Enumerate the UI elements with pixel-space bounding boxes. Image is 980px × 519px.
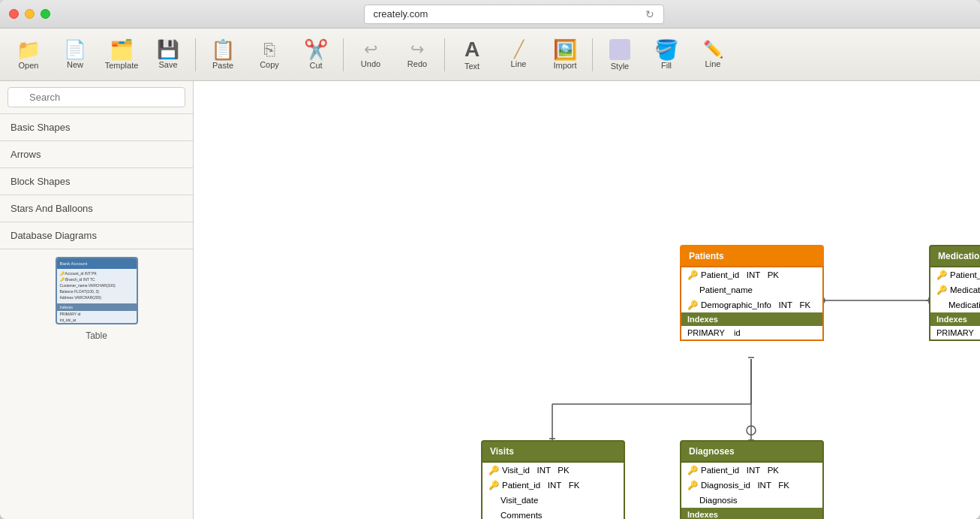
new-button[interactable]: 📄 New	[53, 32, 98, 77]
diagnoses-field-1: Patient_id INT PK	[701, 466, 779, 475]
new-doc-icon: 📄	[64, 41, 86, 59]
sidebar: Basic Shapes Arrows Block Shapes Stars A…	[0, 81, 194, 519]
linestyle-button[interactable]: ✏️ Line	[690, 32, 735, 77]
arrows-label: Arrows	[11, 149, 41, 160]
medication-header: Medication	[929, 245, 980, 266]
table-medication[interactable]: Medication 🔑 Patient_id INT PK 🔑 Medicat…	[929, 245, 980, 341]
table-visits[interactable]: Visits 🔑 Visit_id INT PK 🔑 Patient_id IN…	[481, 440, 625, 519]
medication-field-2: Medication_id INT FK	[950, 285, 980, 294]
text-label: Text	[464, 62, 479, 71]
undo-icon: ↩	[364, 41, 377, 58]
undo-label: Undo	[361, 59, 380, 68]
paste-button[interactable]: 📋 Paste	[200, 32, 245, 77]
preview-header-text: Bank Account	[60, 261, 88, 266]
patients-row-1: 🔑 Patient_id INT PK	[681, 267, 822, 282]
medication-field-3: Medication_name	[948, 300, 980, 309]
patients-header: Patients	[680, 245, 824, 266]
canvas[interactable]: Patients 🔑 Patient_id INT PK Patient_nam…	[194, 81, 980, 519]
template-icon: 🗂️	[110, 40, 134, 59]
search-input[interactable]	[8, 87, 185, 107]
maximize-button[interactable]	[41, 9, 50, 19]
template-button[interactable]: 🗂️ Template	[99, 32, 144, 77]
visits-header: Visits	[481, 440, 625, 461]
visits-row-3: Visit_date	[482, 493, 624, 508]
linestyle-label: Line	[705, 59, 721, 68]
patients-field-3: Demographic_Info INT FK	[701, 300, 810, 309]
new-label: New	[67, 60, 83, 69]
toolbar: 📁 Open 📄 New 🗂️ Template 💾 Save 📋 Paste …	[0, 29, 980, 81]
diagnoses-body: 🔑 Patient_id INT PK 🔑 Diagnosis_id INT F…	[680, 461, 824, 519]
medication-row-3: Medication_name	[930, 297, 980, 312]
cut-button[interactable]: ✂️ Cut	[293, 32, 338, 77]
style-button[interactable]: Style	[597, 32, 642, 77]
basic-shapes-label: Basic Shapes	[11, 122, 71, 133]
preview-row-2: 🔑 Branch_id INT TC	[60, 276, 134, 282]
visits-field-4: Comments	[501, 511, 543, 519]
visits-body: 🔑 Visit_id INT PK 🔑 Patient_id INT FK Vi…	[481, 461, 625, 519]
visits-row-1: 🔑 Visit_id INT PK	[482, 463, 624, 478]
fill-button[interactable]: 🪣 Fill	[644, 32, 689, 77]
sidebar-item-database-diagrams[interactable]: Database Diagrams	[0, 222, 193, 249]
redo-icon: ↪	[410, 41, 424, 58]
refresh-icon[interactable]: ↻	[645, 8, 654, 20]
patients-indexes-header: Indexes	[681, 312, 822, 326]
patients-row-3: 🔑 Demographic_Info INT FK	[681, 297, 822, 312]
save-button[interactable]: 💾 Save	[146, 32, 191, 77]
diagnoses-row-1: 🔑 Patient_id INT PK	[681, 463, 822, 478]
fill-label: Fill	[661, 61, 672, 70]
redo-button[interactable]: ↪ Redo	[395, 32, 440, 77]
sidebar-item-block-shapes[interactable]: Block Shapes	[0, 168, 193, 195]
open-label: Open	[19, 61, 39, 70]
template-label: Template	[105, 61, 139, 70]
diag-key-1: 🔑	[687, 465, 698, 475]
med-key-1: 🔑	[936, 270, 947, 280]
table-patients[interactable]: Patients 🔑 Patient_id INT PK Patient_nam…	[680, 245, 824, 341]
paste-label: Paste	[212, 61, 233, 70]
save-label: Save	[158, 60, 177, 69]
diag-key-2: 🔑	[687, 480, 698, 490]
copy-button[interactable]: ⎘ Copy	[247, 32, 292, 77]
sidebar-item-stars-and-balloons[interactable]: Stars And Balloons	[0, 195, 193, 222]
undo-button[interactable]: ↩ Undo	[348, 32, 393, 77]
preview-row-5: Address VARCHAR(200)	[60, 294, 134, 300]
table-diagnoses[interactable]: Diagnoses 🔑 Patient_id INT PK 🔑 Diagnosi…	[680, 440, 824, 519]
medication-index-1: PRIMARY id	[930, 326, 980, 339]
fill-icon: 🪣	[654, 40, 678, 59]
folder-icon: 📁	[17, 40, 41, 59]
svg-point-11	[747, 426, 756, 435]
search-bar	[0, 81, 193, 114]
text-icon: A	[464, 39, 479, 60]
sidebar-preview: Bank Account 🔑 Account_id INT PK 🔑 Branc…	[0, 249, 193, 349]
preview-row-4: Balance FLOAT(100, 3)	[60, 288, 134, 294]
scissors-icon: ✂️	[304, 40, 328, 59]
copy-icon: ⎘	[264, 41, 275, 59]
preview-card[interactable]: Bank Account 🔑 Account_id INT PK 🔑 Branc…	[56, 257, 138, 324]
visit-key-1: 🔑	[488, 465, 499, 475]
style-label: Style	[611, 62, 629, 71]
patients-field-1: Patient_id INT PK	[701, 270, 779, 279]
sep-1	[195, 38, 196, 71]
diagnoses-row-3: Diagnosis	[681, 493, 822, 508]
preview-body: 🔑 Account_id INT PK 🔑 Branch_id INT TC C…	[57, 269, 137, 302]
line-button[interactable]: ╱ Line	[496, 32, 541, 77]
diagnoses-field-2: Diagnosis_id INT FK	[701, 481, 789, 490]
url-bar[interactable]: creately.com ↻	[364, 5, 664, 24]
diagnoses-row-2: 🔑 Diagnosis_id INT FK	[681, 478, 822, 493]
close-button[interactable]	[9, 9, 19, 19]
medication-body: 🔑 Patient_id INT PK 🔑 Medication_id INT …	[929, 266, 980, 341]
import-label: Import	[553, 61, 576, 70]
preview-header: Bank Account	[57, 258, 137, 269]
preview-index-text: Indexes	[60, 305, 74, 309]
sidebar-item-basic-shapes[interactable]: Basic Shapes	[0, 114, 193, 141]
key-icon-1: 🔑	[687, 270, 698, 280]
minimize-button[interactable]	[25, 9, 35, 19]
import-button[interactable]: 🖼️ Import	[543, 32, 588, 77]
patients-index-1: PRIMARY id	[681, 326, 822, 339]
medication-row-2: 🔑 Medication_id INT FK	[930, 282, 980, 297]
main-area: Basic Shapes Arrows Block Shapes Stars A…	[0, 81, 980, 519]
diagnoses-header: Diagnoses	[680, 440, 824, 461]
open-button[interactable]: 📁 Open	[6, 32, 51, 77]
text-button[interactable]: A Text	[449, 32, 495, 77]
patients-body: 🔑 Patient_id INT PK Patient_name 🔑 Demog…	[680, 266, 824, 341]
sidebar-item-arrows[interactable]: Arrows	[0, 141, 193, 168]
